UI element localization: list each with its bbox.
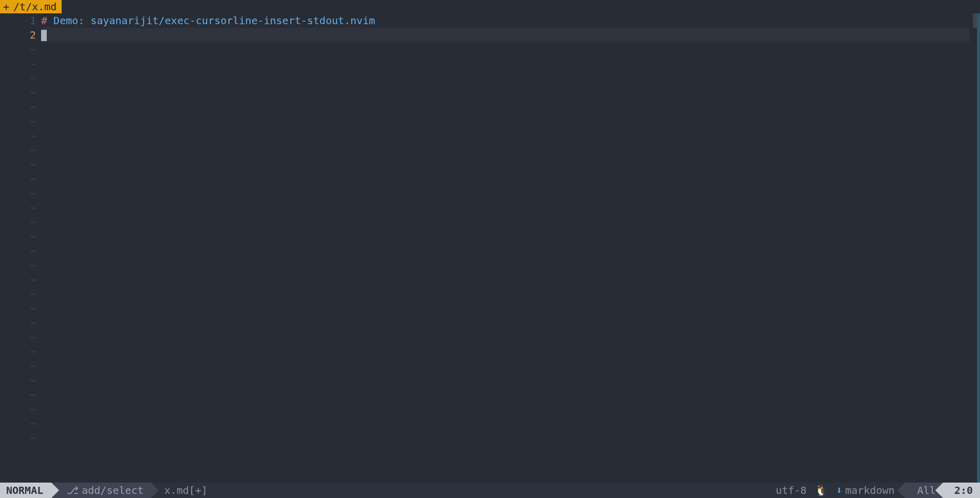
empty-line xyxy=(41,114,970,128)
empty-line xyxy=(41,85,970,100)
empty-line-tilde: ~ xyxy=(0,301,36,316)
line-number-gutter: 12~~~~~~~~~~~~~~~~~~~~~~~~~~~~ xyxy=(0,13,41,483)
empty-line-tilde: ~ xyxy=(0,229,36,244)
empty-line xyxy=(41,301,970,316)
empty-line xyxy=(41,258,970,272)
empty-line xyxy=(41,128,970,143)
empty-line xyxy=(41,157,970,172)
empty-line xyxy=(41,416,970,431)
code-line[interactable] xyxy=(41,28,970,42)
empty-line-tilde: ~ xyxy=(0,114,36,128)
empty-line-tilde: ~ xyxy=(0,157,36,172)
empty-line-tilde: ~ xyxy=(0,258,36,272)
empty-line-tilde: ~ xyxy=(0,128,36,143)
window-right-edge xyxy=(977,13,980,483)
status-encoding: utf-8 xyxy=(776,484,806,496)
empty-line-tilde: ~ xyxy=(0,330,36,344)
empty-line xyxy=(41,143,970,157)
markdown-heading-text: Demo: sayanarijit/exec-cursorline-insert… xyxy=(47,14,375,27)
empty-line xyxy=(41,316,970,330)
code-buffer[interactable]: # Demo: sayanarijit/exec-cursorline-inse… xyxy=(41,13,980,483)
cursor xyxy=(41,30,47,41)
code-line[interactable]: # Demo: sayanarijit/exec-cursorline-inse… xyxy=(41,13,970,28)
empty-line-tilde: ~ xyxy=(0,71,36,85)
empty-line xyxy=(41,431,970,445)
line-number: 1 xyxy=(0,13,36,28)
tab-filepath: /t/x.md xyxy=(13,1,56,13)
empty-line-tilde: ~ xyxy=(0,215,36,229)
empty-line xyxy=(41,244,970,258)
empty-line-tilde: ~ xyxy=(0,402,36,416)
empty-line xyxy=(41,215,970,229)
empty-line xyxy=(41,272,970,287)
neovim-window: + /t/x.md 12~~~~~~~~~~~~~~~~~~~~~~~~~~~~… xyxy=(0,0,980,498)
empty-line xyxy=(41,359,970,373)
git-branch-name: add/select xyxy=(82,484,143,496)
empty-line xyxy=(41,186,970,200)
empty-line xyxy=(41,229,970,244)
empty-line xyxy=(41,100,970,114)
line-number: 2 xyxy=(0,28,36,42)
empty-line-tilde: ~ xyxy=(0,287,36,301)
empty-line xyxy=(41,172,970,186)
empty-line xyxy=(41,402,970,416)
empty-line-tilde: ~ xyxy=(0,186,36,200)
empty-line-tilde: ~ xyxy=(0,57,36,71)
empty-line xyxy=(41,71,970,85)
status-filetype: markdown xyxy=(845,484,894,496)
empty-line-tilde: ~ xyxy=(0,388,36,402)
empty-line xyxy=(41,344,970,359)
status-git-branch: ⎇ add/select xyxy=(51,483,150,498)
empty-line xyxy=(41,57,970,71)
empty-line-tilde: ~ xyxy=(0,431,36,445)
editor-area[interactable]: 12~~~~~~~~~~~~~~~~~~~~~~~~~~~~ # Demo: s… xyxy=(0,13,980,483)
empty-line-tilde: ~ xyxy=(0,42,36,57)
git-branch-icon: ⎇ xyxy=(67,484,82,496)
empty-line-tilde: ~ xyxy=(0,200,36,215)
tab-active[interactable]: + /t/x.md xyxy=(0,0,62,13)
empty-line xyxy=(41,287,970,301)
status-right-group: utf-8 🐧 ⬇ markdown xyxy=(768,483,905,498)
empty-line-tilde: ~ xyxy=(0,85,36,100)
empty-line-tilde: ~ xyxy=(0,416,36,431)
empty-line xyxy=(41,42,970,57)
empty-line-tilde: ~ xyxy=(0,373,36,388)
empty-line-tilde: ~ xyxy=(0,316,36,330)
empty-line xyxy=(41,330,970,344)
filetype-arrow-icon: ⬇ xyxy=(836,484,845,496)
empty-line xyxy=(41,200,970,215)
status-spacer xyxy=(215,483,768,498)
empty-line-tilde: ~ xyxy=(0,143,36,157)
tab-bar: + /t/x.md xyxy=(0,0,980,13)
empty-line-tilde: ~ xyxy=(0,172,36,186)
empty-line-tilde: ~ xyxy=(0,100,36,114)
markdown-heading-hash: # xyxy=(41,14,47,27)
empty-line-tilde: ~ xyxy=(0,272,36,287)
status-position: 2:0 xyxy=(943,483,980,498)
empty-line-tilde: ~ xyxy=(0,244,36,258)
empty-line xyxy=(41,373,970,388)
status-mode: NORMAL xyxy=(0,483,51,498)
empty-line-tilde: ~ xyxy=(0,344,36,359)
linux-icon: 🐧 xyxy=(813,484,830,496)
empty-line xyxy=(41,388,970,402)
status-filename: x.md[+] xyxy=(151,483,215,498)
status-line: NORMAL ⎇ add/select x.md[+] utf-8 🐧 ⬇ ma… xyxy=(0,483,980,498)
tab-modified-indicator: + xyxy=(3,1,9,13)
empty-line-tilde: ~ xyxy=(0,359,36,373)
